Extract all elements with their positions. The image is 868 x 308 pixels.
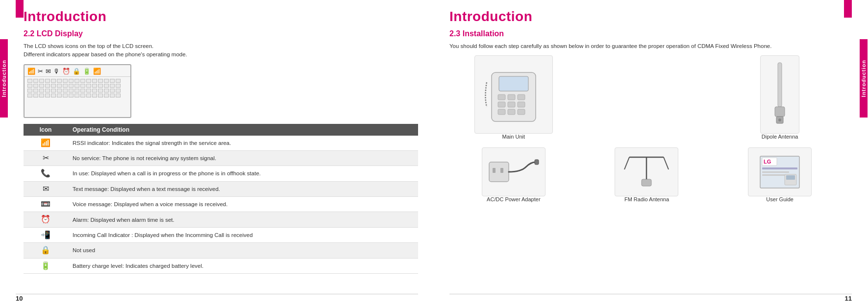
installation-grid: Main Unit Dipole Antenna [449,55,844,202]
install-item-adapter: AC/DC Power Adapter [449,147,578,202]
svg-rect-10 [518,109,525,115]
icon-cell: 🔋 [24,258,68,273]
section-title-lcd: 2.2 LCD Display [24,29,418,38]
adapter-image [482,147,546,196]
svg-rect-11 [778,63,782,107]
lcd-icon-alarm: ⏰ [62,68,70,75]
table-row: ✉Text message: Displayed when a text mes… [24,181,418,196]
install-item-main-unit: Main Unit [449,55,578,140]
right-page: Introduction Introduction 2.3 Installati… [434,0,868,308]
fm-svg [620,152,673,191]
svg-rect-5 [498,102,505,107]
svg-rect-3 [508,95,515,100]
icon-cell: ✉ [24,181,68,196]
condition-cell: Voice message: Displayed when a voice me… [68,197,418,212]
adapter-label: AC/DC Power Adapter [487,196,540,202]
sidebar-tab-left: Introduction [0,39,8,118]
svg-line-22 [664,157,669,169]
install-item-dipole: Dipole Antenna [716,55,844,140]
condition-cell: Not used [68,243,418,258]
table-col-condition: Operating Condition [68,124,418,136]
svg-rect-17 [500,168,503,173]
svg-rect-6 [508,102,515,107]
svg-rect-19 [642,179,651,186]
right-page-title: Introduction [449,9,844,24]
svg-rect-8 [498,109,505,115]
lcd-display-image: 📶 ✂ ✉ 🎙 ⏰ 🔒 🔋 📶 [24,64,131,118]
table-col-icon: Icon [24,124,68,136]
lcd-icon-msg: ✉ [46,68,51,75]
svg-rect-16 [493,168,496,173]
table-row: 📞In use: Displayed when a call is in pro… [24,166,418,181]
userguide-image: LG [748,147,812,196]
lcd-description: The LCD shows icons on the top of the LC… [24,42,418,59]
table-row: 🔒Not used [24,243,418,258]
page-number-right: 11 [845,295,852,302]
dipole-antenna-image [760,55,799,134]
svg-text:LG: LG [764,159,771,165]
fm-antenna-image [615,147,678,196]
userguide-svg: LG [755,154,804,190]
userguide-label: User Guide [766,196,794,202]
install-item-empty-top [583,55,711,140]
svg-rect-27 [762,171,789,173]
table-row: 🔋Battery charge level: Indicates charged… [24,258,418,273]
condition-cell: RSSI indicator: Indicates the signal str… [68,136,418,151]
condition-cell: Battery charge level: Indicates charged … [68,258,418,273]
svg-rect-2 [498,95,505,100]
icon-cell: 📼 [24,197,68,212]
svg-rect-30 [786,175,795,180]
condition-cell: In use: Displayed when a call is in prog… [68,166,418,181]
lcd-icon-call: ✂ [38,68,43,75]
left-page-title: Introduction [24,9,418,24]
icon-cell: 📲 [24,227,68,242]
install-item-fm: FM Radio Antenna [583,147,711,202]
lcd-icon-vm: 🎙 [53,68,60,75]
svg-rect-7 [518,102,525,107]
main-unit-label: Main Unit [502,134,525,140]
svg-rect-12 [775,107,785,117]
icon-cell: 📶 [24,136,68,151]
svg-point-14 [778,118,781,121]
table-row: ✂No service: The phone is not receiving … [24,150,418,166]
icon-cell: 🔒 [24,243,68,258]
svg-rect-4 [518,95,525,100]
section-title-install: 2.3 Installation [449,29,844,38]
table-row: 📶RSSI indicator: Indicates the signal st… [24,136,418,151]
svg-rect-26 [762,167,797,169]
adapter-svg [487,152,541,191]
sidebar-label-right: Introduction [861,60,867,97]
icon-cell: ⏰ [24,212,68,227]
dipole-antenna-label: Dipole Antenna [762,134,798,140]
svg-rect-15 [489,162,509,182]
page-number-left: 10 [16,295,23,302]
dipole-svg [768,60,792,129]
condition-cell: No service: The phone is not receiving a… [68,150,418,166]
table-row: 📲Incoming Call Indicator : Displayed whe… [24,227,418,242]
lcd-grid [25,77,130,100]
svg-rect-18 [535,160,539,165]
bottom-line-left [16,294,418,294]
svg-line-21 [624,157,629,169]
fm-antenna-label: FM Radio Antenna [624,196,669,202]
bottom-line-right [449,294,852,294]
lcd-icon-extra: 📶 [93,68,101,75]
sidebar-tab-right: Introduction [860,39,868,118]
top-accent-bar-left [16,0,24,18]
icon-cell: 📞 [24,166,68,181]
top-accent-bar-right [844,0,852,18]
main-unit-image [474,55,553,134]
lcd-icon-lock: 🔒 [73,68,80,75]
lcd-icon-battery: 🔋 [83,68,91,75]
install-item-userguide: LG User Guide [716,147,844,202]
table-row: ⏰Alarm: Displayed when alarm time is set… [24,212,418,227]
lcd-icons-row: 📶 ✂ ✉ 🎙 ⏰ 🔒 🔋 📶 [25,65,130,77]
icon-cell: ✂ [24,150,68,166]
condition-cell: Text message: Displayed when a text mess… [68,181,418,196]
table-row: 📼Voice message: Displayed when a voice m… [24,197,418,212]
condition-cell: Alarm: Displayed when alarm time is set. [68,212,418,227]
condition-cell: Incoming Call Indicator : Displayed when… [68,227,418,242]
icon-table: Icon Operating Condition 📶RSSI indicator… [24,124,418,274]
install-description: You should follow each step carefully as… [449,42,844,50]
svg-rect-9 [508,109,515,115]
